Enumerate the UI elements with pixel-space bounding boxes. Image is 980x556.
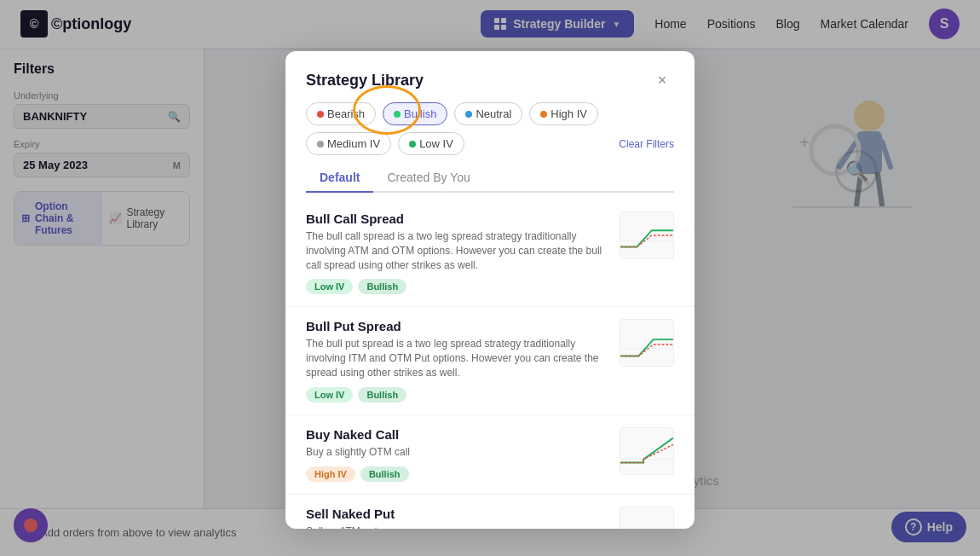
tag-low-iv: Low IV bbox=[306, 279, 353, 294]
modal-overlay: Strategy Library × Bearish Bullish Neutr… bbox=[0, 0, 980, 556]
tag-bullish: Bullish bbox=[358, 279, 406, 294]
bearish-dot bbox=[317, 111, 324, 118]
strategy-info: Sell Naked Put Sell an ATM put High IV B… bbox=[306, 507, 606, 529]
filter-chip-neutral[interactable]: Neutral bbox=[454, 102, 522, 125]
tag-low-iv: Low IV bbox=[306, 387, 353, 403]
high-iv-dot bbox=[540, 111, 547, 118]
strategy-name: Bull Put Spread bbox=[306, 319, 606, 333]
strategy-name: Bull Call Spread bbox=[306, 211, 606, 226]
strategy-item-bull-call-spread[interactable]: Bull Call Spread The bull call spread is… bbox=[285, 200, 695, 307]
app-background: © ©ptionlogy Strategy Builder ▼ Home Pos… bbox=[0, 0, 980, 556]
tab-default[interactable]: Default bbox=[306, 164, 373, 193]
filter-chip-bullish[interactable]: Bullish bbox=[383, 102, 447, 125]
strategy-info: Bull Call Spread The bull call spread is… bbox=[306, 211, 606, 294]
tag-bullish: Bullish bbox=[360, 466, 409, 482]
bullish-label: Bullish bbox=[404, 107, 436, 120]
strategy-chart-bull-call-spread bbox=[620, 211, 674, 259]
strategy-info: Bull Put Spread The bull put spread is a… bbox=[306, 319, 606, 402]
strategy-desc: The bull put spread is a two leg spread … bbox=[306, 337, 606, 379]
strategy-item-buy-naked-call[interactable]: Buy Naked Call Buy a slightly OTM call H… bbox=[285, 415, 695, 495]
modal-header: Strategy Library × bbox=[285, 51, 695, 92]
filter-chip-high-iv[interactable]: High IV bbox=[529, 102, 598, 125]
strategy-chart-buy-naked-call bbox=[620, 427, 674, 475]
filter-chip-bearish[interactable]: Bearish bbox=[306, 102, 376, 125]
strategy-tags: High IV Bullish bbox=[306, 466, 606, 482]
strategy-name: Buy Naked Call bbox=[306, 427, 606, 442]
low-iv-dot bbox=[409, 141, 416, 148]
strategy-desc: Sell an ATM put bbox=[306, 524, 606, 529]
medium-iv-label: Medium IV bbox=[327, 137, 380, 150]
strategy-item-bull-put-spread[interactable]: Bull Put Spread The bull put spread is a… bbox=[285, 307, 695, 414]
strategy-tags: Low IV Bullish bbox=[306, 387, 606, 403]
strategy-info: Buy Naked Call Buy a slightly OTM call H… bbox=[306, 427, 606, 482]
strategy-chart-sell-naked-put bbox=[620, 507, 674, 529]
filter-chips-row: Bearish Bullish Neutral High IV bbox=[285, 92, 695, 155]
tab-created-by-you[interactable]: Created By You bbox=[373, 164, 483, 193]
low-iv-label: Low IV bbox=[419, 137, 453, 150]
neutral-label: Neutral bbox=[476, 107, 511, 120]
medium-iv-dot bbox=[317, 141, 324, 148]
tag-bullish: Bullish bbox=[358, 387, 406, 403]
strategy-chart-bull-put-spread bbox=[620, 319, 674, 367]
modal-tabs: Default Created By You bbox=[306, 164, 674, 193]
neutral-dot bbox=[465, 111, 472, 118]
strategy-item-sell-naked-put[interactable]: Sell Naked Put Sell an ATM put High IV B… bbox=[285, 495, 695, 529]
strategy-desc: Buy a slightly OTM call bbox=[306, 445, 606, 460]
clear-filters-link[interactable]: Clear Filters bbox=[619, 138, 674, 150]
strategy-name: Sell Naked Put bbox=[306, 507, 606, 521]
strategy-desc: The bull call spread is a two leg spread… bbox=[306, 229, 606, 272]
filter-chip-low-iv[interactable]: Low IV bbox=[398, 132, 464, 155]
bearish-label: Bearish bbox=[327, 107, 365, 120]
tag-high-iv: High IV bbox=[306, 466, 355, 482]
modal-close-button[interactable]: × bbox=[650, 68, 674, 92]
modal-title: Strategy Library bbox=[306, 72, 424, 90]
strategy-tags: Low IV Bullish bbox=[306, 279, 606, 294]
high-iv-label: High IV bbox=[551, 107, 587, 120]
strategy-list: Bull Call Spread The bull call spread is… bbox=[285, 193, 695, 529]
filter-chip-medium-iv[interactable]: Medium IV bbox=[306, 132, 391, 155]
bullish-dot bbox=[394, 111, 401, 118]
strategy-library-modal: Strategy Library × Bearish Bullish Neutr… bbox=[285, 51, 695, 529]
